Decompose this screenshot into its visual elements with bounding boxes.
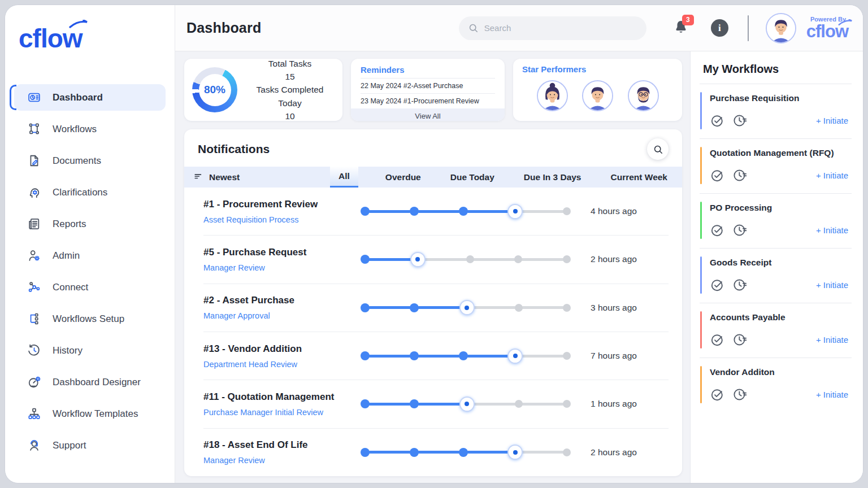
sidebar-item-documents[interactable]: Documents bbox=[14, 147, 166, 174]
notification-stage-link[interactable]: Purchase Manager Initial Review bbox=[203, 408, 361, 417]
workflow-name: Quotation Management (RFQ) bbox=[710, 148, 848, 158]
sidebar-item-workflow-templates[interactable]: Workflow Templates bbox=[14, 400, 166, 427]
female-avatar[interactable] bbox=[537, 80, 568, 111]
view-all-button[interactable]: View All bbox=[351, 108, 505, 121]
step-connector bbox=[368, 451, 411, 454]
notification-row[interactable]: #11 - Quotation Management Purchase Mana… bbox=[203, 380, 669, 428]
step-dot-pending bbox=[514, 255, 522, 263]
tab-overdue[interactable]: Overdue bbox=[383, 167, 423, 188]
completed-today-label: Tasks Completed Today bbox=[244, 83, 336, 110]
notification-row[interactable]: #5 - Purchase Request Manager Review 2 h… bbox=[203, 236, 669, 284]
step-dot-completed bbox=[361, 303, 370, 312]
step-connector bbox=[418, 355, 460, 358]
step-connector bbox=[473, 258, 516, 261]
sidebar-item-workflows-setup[interactable]: Workflows Setup bbox=[14, 306, 166, 332]
search-icon bbox=[468, 23, 479, 33]
tab-due-in-3-days[interactable]: Due In 3 Days bbox=[522, 167, 584, 188]
check-circle-icon[interactable] bbox=[710, 277, 725, 293]
clock-icon[interactable] bbox=[732, 223, 748, 238]
sidebar-item-reports[interactable]: Reports bbox=[14, 211, 166, 237]
step-dot-completed bbox=[361, 255, 370, 264]
sidebar-item-admin[interactable]: Admin bbox=[14, 242, 166, 269]
step-connector bbox=[368, 403, 411, 406]
check-circle-icon[interactable] bbox=[710, 223, 725, 238]
notification-stage-link[interactable]: Manager Review bbox=[203, 263, 361, 272]
admin-icon bbox=[27, 249, 41, 263]
sidebar-item-clarifications[interactable]: Clarifications bbox=[14, 179, 166, 206]
reports-icon bbox=[27, 217, 41, 232]
reminder-item[interactable]: 23 May 2024 #1-Procurement Review bbox=[361, 93, 495, 108]
step-connector bbox=[522, 210, 564, 213]
step-dot-completed bbox=[410, 207, 419, 216]
clock-icon[interactable] bbox=[732, 277, 748, 293]
reminder-item[interactable]: 22 May 2024 #2-Asset Purchase bbox=[361, 78, 495, 93]
logo-swoosh-icon bbox=[69, 20, 88, 29]
notification-time: 3 hours ago bbox=[591, 303, 669, 313]
male-avatar[interactable] bbox=[582, 80, 613, 111]
step-connector bbox=[368, 210, 411, 213]
step-dot-completed bbox=[361, 207, 370, 216]
step-connector bbox=[418, 210, 460, 213]
clock-icon[interactable] bbox=[732, 168, 748, 183]
sort-newest-button[interactable]: Newest bbox=[193, 167, 240, 188]
initiate-button[interactable]: + Initiate bbox=[816, 335, 848, 345]
search-box[interactable] bbox=[459, 16, 646, 40]
initiate-button[interactable]: + Initiate bbox=[816, 225, 848, 235]
tab-current-week[interactable]: Current Week bbox=[609, 167, 670, 188]
sidebar-item-connect[interactable]: Connect bbox=[14, 274, 166, 300]
workflow-name: Accounts Payable bbox=[710, 312, 848, 323]
step-dot-pending bbox=[563, 448, 571, 456]
clock-icon[interactable] bbox=[732, 387, 748, 402]
notification-row[interactable]: #18 - Asset End Of Life Manager Review 2… bbox=[203, 429, 669, 476]
step-dot-current bbox=[459, 300, 475, 315]
notification-row[interactable]: #2 - Asset Purchase Manager Approval 3 h… bbox=[203, 284, 669, 332]
initiate-button[interactable]: + Initiate bbox=[816, 390, 848, 399]
notification-time: 7 hours ago bbox=[591, 351, 669, 361]
info-button[interactable]: i bbox=[711, 19, 728, 37]
workflow-item-vendor-additon: Vendor Additon + Initiate bbox=[700, 358, 852, 412]
step-dot-pending bbox=[563, 400, 571, 408]
notification-stage-link[interactable]: Manager Review bbox=[203, 456, 361, 465]
workflow-item-accounts-payable: Accounts Payable + Initiate bbox=[700, 303, 852, 358]
connect-icon bbox=[27, 280, 41, 295]
notification-stage-link[interactable]: Asset Requisition Process bbox=[203, 215, 361, 224]
step-dot-completed bbox=[361, 448, 370, 457]
sidebar-item-history[interactable]: History bbox=[14, 337, 166, 364]
step-dot-pending bbox=[563, 255, 571, 263]
notification-row[interactable]: #1 - Procurement Review Asset Requisitio… bbox=[203, 188, 669, 236]
sidebar-item-dashboard[interactable]: Dashboard bbox=[14, 84, 166, 111]
clock-icon[interactable] bbox=[732, 332, 748, 347]
bearded-male-avatar[interactable] bbox=[628, 80, 659, 111]
step-connector bbox=[522, 355, 564, 358]
notification-time: 2 hours ago bbox=[591, 447, 669, 457]
my-workflows-panel: My Workflows Purchase Requisition + Init… bbox=[690, 51, 863, 483]
step-dot-pending bbox=[563, 352, 571, 360]
notification-stage-link[interactable]: Department Head Review bbox=[203, 360, 361, 369]
clock-icon[interactable] bbox=[732, 113, 748, 128]
notification-stage-link[interactable]: Manager Approval bbox=[203, 311, 361, 320]
user-avatar[interactable] bbox=[766, 13, 796, 43]
notification-bell-button[interactable]: 3 bbox=[672, 19, 689, 37]
tab-due-today[interactable]: Due Today bbox=[448, 167, 497, 188]
dashboard-icon bbox=[27, 90, 41, 105]
tasks-summary-card: 80% Total Tasks 15 Tasks Completed Today… bbox=[184, 59, 342, 121]
initiate-button[interactable]: + Initiate bbox=[816, 171, 848, 180]
sidebar-item-label: Dashboard Designer bbox=[53, 377, 141, 388]
sidebar-item-dashboard-designer[interactable]: Dashboard Designer bbox=[14, 369, 166, 395]
check-circle-icon[interactable] bbox=[710, 387, 725, 402]
initiate-button[interactable]: + Initiate bbox=[816, 116, 848, 125]
sidebar-item-label: Connect bbox=[53, 282, 88, 293]
notifications-search-button[interactable] bbox=[647, 138, 669, 160]
check-circle-icon[interactable] bbox=[710, 113, 725, 128]
sidebar-item-support[interactable]: Support bbox=[14, 432, 166, 459]
notification-row[interactable]: #13 - Vendor Addition Department Head Re… bbox=[203, 332, 669, 380]
check-circle-icon[interactable] bbox=[710, 332, 725, 347]
search-input[interactable] bbox=[484, 23, 637, 33]
tab-all[interactable]: All bbox=[330, 167, 358, 188]
sidebar: cflow Dashboard Workflows Documents Clar… bbox=[5, 5, 175, 483]
initiate-button[interactable]: + Initiate bbox=[816, 280, 848, 290]
workflow-name: Vendor Additon bbox=[710, 367, 848, 377]
check-circle-icon[interactable] bbox=[710, 168, 725, 183]
page-title: Dashboard bbox=[186, 20, 261, 36]
sidebar-item-workflows[interactable]: Workflows bbox=[14, 116, 166, 142]
